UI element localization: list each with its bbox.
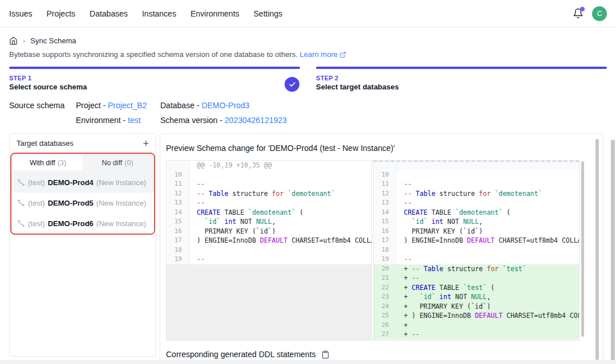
add-target-database-button[interactable]: + <box>143 138 149 149</box>
target-db-item[interactable]: (test)DEMO-Prod4(New Instance) <box>11 172 154 193</box>
diff-row: 18 <box>167 246 371 255</box>
code-line <box>396 162 579 170</box>
nav-item-instances[interactable]: Instances <box>142 0 176 27</box>
step-1-label: STEP 1 <box>9 75 300 81</box>
check-icon <box>289 81 296 88</box>
editor-scrollbar[interactable] <box>581 161 584 337</box>
source-database: Database - DEMO-Prod3 <box>160 101 287 110</box>
code-line: ) ENGINE=InnoDB DEFAULT CHARSET=utf8mb4 … <box>396 236 579 246</box>
line-number: 20 <box>374 264 396 274</box>
nav-item-projects[interactable]: Projects <box>46 0 75 27</box>
code-line: CREATE TABLE `demotenant` ( <box>396 208 579 218</box>
line-number: 13 <box>374 198 396 208</box>
line-number: 18 <box>167 246 189 255</box>
line-number: 11 <box>374 179 396 189</box>
no-diff-count: (0) <box>124 159 133 167</box>
diff-added-row: 22+ CREATE TABLE `test` ( <box>374 283 579 293</box>
diff-added-row: 21+ -- <box>374 273 579 283</box>
line-number: 15 <box>167 217 189 227</box>
line-number: 10 <box>374 170 396 180</box>
code-line: + `id` int NOT NULL, <box>396 292 579 302</box>
db-name: DEMO-Prod4 <box>48 178 94 187</box>
db-environment: (test) <box>28 199 45 207</box>
code-line <box>189 264 371 341</box>
code-line: + PRIMARY KEY (`id`) <box>396 302 579 312</box>
line-number: 12 <box>167 189 189 199</box>
step-1-progress-bar <box>9 67 300 69</box>
diff-row: 15 `id` int NOT NULL, <box>167 217 371 227</box>
nav-item-issues[interactable]: Issues <box>9 0 32 27</box>
page-scrollbar-horizontal[interactable] <box>0 360 616 364</box>
schema-diff-editor[interactable]: @@ -10,19 +10,35 @@1011--12-- Table stru… <box>166 160 579 341</box>
line-number: 14 <box>374 208 396 218</box>
diff-row: 13-- <box>167 198 371 208</box>
tab-with-diff[interactable]: With diff (3) <box>13 156 83 170</box>
schema-version-link[interactable]: 20230426121923 <box>225 116 287 125</box>
diff-row: 11-- <box>167 179 371 189</box>
code-line: @@ -10,19 +10,35 @@ <box>189 161 371 170</box>
mysql-icon <box>17 219 25 227</box>
code-line: + CREATE TABLE `test` ( <box>396 283 579 293</box>
nav-item-environments[interactable]: Environments <box>191 0 240 27</box>
db-instance-suffix: (New Instance) <box>96 178 146 187</box>
source-schema-summary: Source schema Project - Project_B2 Datab… <box>9 101 607 125</box>
preview-title: Preview Schema change for 'DEMO-Prod4 (t… <box>166 144 597 153</box>
environment-link[interactable]: test <box>128 116 141 125</box>
diff-added-row: 23+ `id` int NOT NULL, <box>374 292 579 302</box>
home-icon[interactable] <box>9 36 18 45</box>
code-line: -- Table structure for `demotenant` <box>396 189 579 199</box>
diff-collapsed-region <box>374 161 579 170</box>
code-line: CREATE TABLE `demotenant` ( <box>189 208 371 218</box>
step-2[interactable]: STEP 2 Select target databases <box>316 67 607 91</box>
nav-item-databases[interactable]: Databases <box>90 0 128 27</box>
target-db-item[interactable]: (test)DEMO-Prod6(New Instance) <box>11 213 154 234</box>
avatar[interactable]: C <box>592 6 607 21</box>
db-environment: (test) <box>28 178 45 187</box>
target-panel-title: Target databases <box>17 139 74 148</box>
sync-schema-page: { "nav": { "items": ["Issues", "Projects… <box>0 0 616 364</box>
target-db-item[interactable]: (test)DEMO-Prod5(New Instance) <box>11 193 154 213</box>
diff-row: 17) ENGINE=InnoDB DEFAULT CHARSET=utf8mb… <box>167 236 371 246</box>
database-link[interactable]: DEMO-Prod3 <box>201 101 249 110</box>
diff-filler <box>167 264 371 341</box>
line-number: 23 <box>374 292 396 302</box>
diff-row: 10 <box>374 170 579 180</box>
project-link[interactable]: Project_B2 <box>108 101 147 110</box>
target-databases-panel: Target databases + With diff (3) No diff… <box>9 133 156 357</box>
diff-pane-original: @@ -10,19 +10,35 @@1011--12-- Table stru… <box>167 161 372 340</box>
line-number: 26 <box>374 321 396 330</box>
nav-item-settings[interactable]: Settings <box>254 0 283 27</box>
line-number <box>167 264 189 341</box>
learn-more-link[interactable]: Learn more <box>299 50 346 59</box>
code-line: PRIMARY KEY (`id`) <box>189 227 371 236</box>
diff-row: 12-- Table structure for `demotenant` <box>374 189 579 199</box>
diff-added-row: 24+ PRIMARY KEY (`id`) <box>374 302 579 312</box>
line-number <box>374 162 396 170</box>
step-1-title: Select source schema <box>9 83 300 91</box>
copy-ddl-button[interactable] <box>321 350 330 359</box>
step-2-title: Select target databases <box>316 83 607 91</box>
external-link-icon <box>339 51 346 58</box>
tab-no-diff[interactable]: No diff (0) <box>83 156 152 170</box>
source-version: Schema version - 20230426121923 <box>160 116 287 125</box>
diff-row: 11-- <box>374 179 579 189</box>
with-diff-count: (3) <box>58 159 66 167</box>
page-scrollbar-vertical[interactable] <box>611 140 615 363</box>
code-line <box>189 170 371 180</box>
diff-added-row: 25+ ) ENGINE=InnoDB DEFAULT CHARSET=utf8… <box>374 311 579 321</box>
code-line: -- <box>396 198 579 208</box>
diff-added-row: 20+ -- Table structure for `test` <box>374 264 579 274</box>
line-number: 17 <box>167 236 189 246</box>
db-name: DEMO-Prod6 <box>48 219 94 228</box>
code-line <box>189 246 371 255</box>
diff-row: 14CREATE TABLE `demotenant` ( <box>374 208 579 218</box>
notifications-button[interactable] <box>572 7 584 20</box>
diff-row: 14CREATE TABLE `demotenant` ( <box>167 208 371 218</box>
step-1[interactable]: STEP 1 Select source schema <box>9 67 300 91</box>
top-navigation-bar: IssuesProjectsDatabasesInstancesEnvironm… <box>0 0 616 27</box>
line-number: 12 <box>374 189 396 199</box>
code-line: -- <box>189 255 371 264</box>
code-line: -- <box>189 198 371 208</box>
line-number: 10 <box>167 170 189 180</box>
preview-panel-scrollbar[interactable] <box>595 139 599 360</box>
